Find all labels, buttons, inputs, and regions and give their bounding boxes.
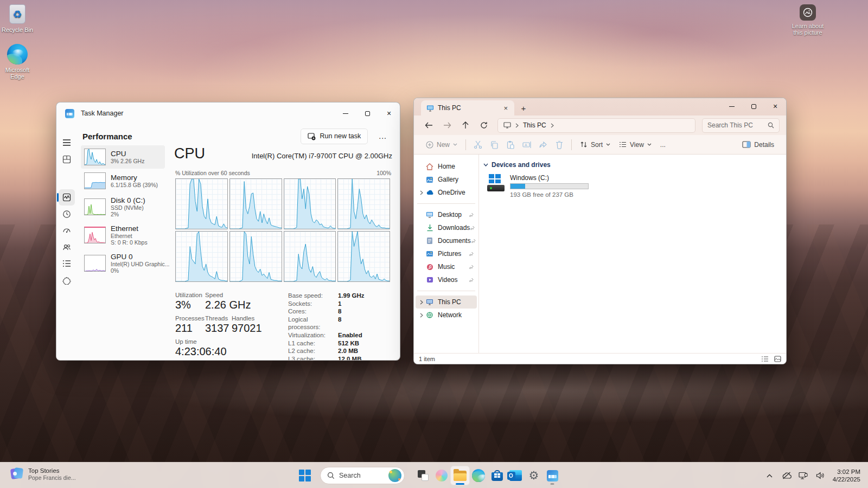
volume-icon[interactable] xyxy=(814,469,827,482)
taskbar-search[interactable]: Search xyxy=(320,467,405,484)
onedrive-icon xyxy=(425,188,434,197)
recycle-bin-label: Recycle Bin xyxy=(0,27,35,33)
drive-windows-c[interactable]: Windows (C:) 193 GB free of 237 GB xyxy=(487,174,786,198)
maximize-button[interactable] xyxy=(356,105,378,121)
spec-value: 8 xyxy=(338,307,341,316)
task-view-button[interactable] xyxy=(413,466,433,485)
expand-chevron-icon[interactable] xyxy=(420,313,425,318)
sidebar-item-downloads[interactable]: Downloads xyxy=(416,221,477,234)
paste-icon[interactable] xyxy=(502,138,519,152)
clock[interactable]: 3:02 PM 4/22/2025 xyxy=(833,468,860,483)
onedrive-paused-icon[interactable] xyxy=(780,469,793,482)
share-icon[interactable] xyxy=(535,138,551,152)
forward-button[interactable] xyxy=(439,118,455,132)
desktop-icon-microsoft-edge[interactable]: Microsoft Edge xyxy=(0,43,35,80)
sensor-detail: Intel(R) UHD Graphic... xyxy=(111,261,162,267)
file-explorer-button[interactable] xyxy=(450,466,470,485)
toolbar-more-button[interactable]: ... xyxy=(656,138,670,151)
sidebar-item-videos[interactable]: Videos xyxy=(416,273,477,286)
task-manager-button[interactable] xyxy=(542,466,562,485)
processes-icon[interactable] xyxy=(59,151,75,168)
processes-value: 211 xyxy=(175,322,205,335)
details-icon[interactable] xyxy=(59,255,75,272)
refresh-button[interactable] xyxy=(476,118,492,132)
sidebar-item-onedrive[interactable]: OneDrive xyxy=(416,186,477,199)
view-button[interactable]: View xyxy=(615,138,656,151)
task-manager-titlebar[interactable]: Task Manager × xyxy=(56,102,400,124)
network-icon[interactable] xyxy=(797,469,810,482)
more-options-button[interactable]: ... xyxy=(375,131,390,142)
users-icon[interactable] xyxy=(59,239,75,255)
utilization-value: 3% xyxy=(175,298,205,311)
recycle-bin-icon: ♻ xyxy=(9,4,25,24)
up-button[interactable] xyxy=(457,118,474,132)
services-icon[interactable] xyxy=(59,272,75,288)
sidebar-item-this-pc[interactable]: This PC xyxy=(416,296,477,309)
new-button[interactable]: New xyxy=(422,138,462,151)
maximize-button[interactable] xyxy=(743,98,764,114)
sidebar-item-home[interactable]: Home xyxy=(416,160,477,173)
sensor-gpu0[interactable]: GPU 0 Intel(R) UHD Graphic... 0% xyxy=(81,249,165,277)
sidebar-item-network[interactable]: Network xyxy=(416,309,477,322)
sensor-ethernet[interactable]: Ethernet Ethernet S: 0 R: 0 Kbps xyxy=(81,221,165,249)
new-tab-button[interactable]: + xyxy=(516,101,531,115)
sidebar-item-music[interactable]: Music xyxy=(416,260,477,273)
breadcrumb[interactable]: This PC xyxy=(497,118,695,133)
task-manager-window: Task Manager × Performance Run new task … xyxy=(56,102,400,361)
close-button[interactable]: × xyxy=(378,105,400,121)
sensor-disk0[interactable]: Disk 0 (C:) SSD (NVMe) 2% xyxy=(81,193,165,221)
expand-chevron-icon[interactable] xyxy=(420,300,425,305)
expand-chevron-icon[interactable] xyxy=(420,190,425,195)
breadcrumb-this-pc[interactable]: This PC xyxy=(523,121,546,129)
list-view-toggle-icon[interactable] xyxy=(761,356,769,362)
spec-label: Cores: xyxy=(288,307,338,316)
explorer-address-bar: This PC Search This PC xyxy=(414,115,786,135)
tab-this-pc[interactable]: This PC × xyxy=(421,100,514,115)
back-button[interactable] xyxy=(420,118,437,132)
menu-icon[interactable] xyxy=(59,134,75,151)
edge-button[interactable] xyxy=(469,466,488,485)
sort-button[interactable]: Sort xyxy=(576,138,615,151)
minimize-button[interactable] xyxy=(721,98,743,114)
minimize-button[interactable] xyxy=(335,105,356,121)
edge-icon xyxy=(7,44,28,65)
cut-icon[interactable] xyxy=(470,138,486,152)
start-button[interactable] xyxy=(295,466,315,485)
details-pane-button[interactable]: Details xyxy=(738,138,778,151)
copilot-button[interactable] xyxy=(432,466,451,485)
learn-about-picture[interactable]: Learn about this picture xyxy=(790,4,826,36)
settings-button[interactable]: ⚙ xyxy=(524,466,544,485)
sidebar-label: Videos xyxy=(438,276,457,284)
widgets-button[interactable]: Top Stories Pope Francis die... xyxy=(5,465,80,483)
search-input[interactable]: Search This PC xyxy=(702,118,780,133)
widget-subtitle: Pope Francis die... xyxy=(28,474,76,481)
search-icon xyxy=(768,122,774,129)
sidebar-item-desktop[interactable]: Desktop xyxy=(416,208,477,221)
group-devices-and-drives[interactable]: Devices and drives xyxy=(483,161,786,169)
sidebar-item-gallery[interactable]: Gallery xyxy=(416,173,477,186)
sidebar-item-pictures[interactable]: Pictures xyxy=(416,247,477,260)
performance-icon[interactable] xyxy=(59,189,75,206)
delete-icon[interactable] xyxy=(551,138,567,152)
close-button[interactable]: × xyxy=(764,98,786,114)
chevron-right-icon xyxy=(515,123,519,128)
sensor-memory[interactable]: Memory 6.1/15.8 GB (39%) xyxy=(81,169,165,192)
run-new-task-button[interactable]: Run new task xyxy=(301,129,368,144)
startup-apps-icon[interactable] xyxy=(59,222,75,239)
outlook-button[interactable]: O xyxy=(506,466,525,485)
explorer-tab-bar[interactable]: This PC × + × xyxy=(414,98,786,115)
hidden-icons-chevron[interactable] xyxy=(763,469,776,482)
sensor-detail: Ethernet xyxy=(111,233,148,239)
copy-icon[interactable] xyxy=(486,138,502,152)
task-manager-nav-rail xyxy=(56,124,77,360)
sidebar-item-documents[interactable]: Documents xyxy=(416,234,477,247)
tab-close-icon[interactable]: × xyxy=(501,104,510,112)
desktop-icon-recycle-bin[interactable]: ♻ Recycle Bin xyxy=(0,3,35,33)
sensor-name: GPU 0 xyxy=(111,253,162,261)
rename-icon[interactable]: A xyxy=(519,138,535,152)
app-history-icon[interactable] xyxy=(59,206,75,222)
sensor-cpu[interactable]: CPU 3% 2.26 GHz xyxy=(81,145,165,169)
gallery-icon xyxy=(425,175,434,184)
thumbnail-view-toggle-icon[interactable] xyxy=(774,356,781,362)
microsoft-store-button[interactable] xyxy=(487,466,507,485)
